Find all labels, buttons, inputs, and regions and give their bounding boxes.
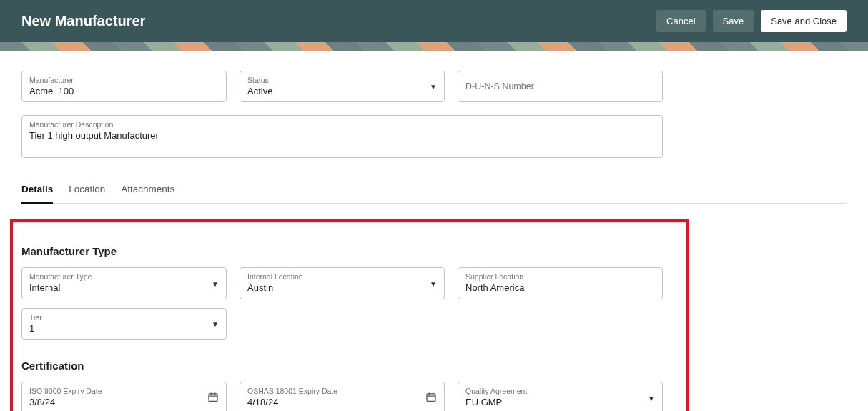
svg-rect-4 — [427, 394, 435, 402]
manufacturer-type-field[interactable]: Manufacturer Type Internal ▼ — [21, 267, 227, 299]
calendar-icon[interactable] — [425, 391, 437, 405]
manufacturer-type-label: Manufacturer Type — [29, 272, 219, 282]
tier-value: 1 — [29, 323, 219, 335]
status-field[interactable]: Status Active ▼ — [240, 71, 445, 102]
page-header: New Manufacturer Cancel Save Save and Cl… — [0, 0, 868, 42]
iso-9000-expiry-label: ISO 9000 Expiry Date — [29, 387, 219, 396]
content-area: Manufacturer Acme_100 Status Active ▼ D-… — [0, 51, 868, 411]
duns-placeholder: D-U-N-S Number — [465, 81, 655, 91]
manufacturer-field-label: Manufacturer — [29, 76, 219, 85]
manufacturer-type-grid: Manufacturer Type Internal ▼ Internal Lo… — [21, 267, 678, 340]
tab-attachments[interactable]: Attachments — [121, 184, 174, 204]
quality-agreement-field[interactable]: Quality Agreement EU GMP ▼ — [458, 382, 663, 411]
internal-location-label: Internal Location — [247, 272, 437, 282]
details-highlight-box: Manufacturer Type Manufacturer Type Inte… — [10, 219, 689, 411]
iso-9000-expiry-field[interactable]: ISO 9000 Expiry Date 3/8/24 — [21, 382, 227, 411]
manufacturer-description-field[interactable]: Manufacturer Description Tier 1 high out… — [21, 115, 663, 158]
oshas-18001-expiry-value: 4/18/24 — [247, 397, 437, 409]
status-field-value: Active — [247, 86, 437, 98]
description-field-label: Manufacturer Description — [29, 120, 655, 129]
section-title-manufacturer-type: Manufacturer Type — [21, 245, 678, 257]
quality-agreement-value: EU GMP — [465, 397, 655, 409]
manufacturer-field-value: Acme_100 — [29, 86, 219, 98]
manufacturer-field[interactable]: Manufacturer Acme_100 — [21, 71, 227, 102]
section-title-certification: Certification — [21, 360, 678, 372]
supplier-location-field[interactable]: Supplier Location North America — [458, 267, 663, 299]
duns-field[interactable]: D-U-N-S Number — [458, 71, 663, 102]
iso-9000-expiry-value: 3/8/24 — [29, 397, 219, 409]
svg-rect-0 — [209, 394, 217, 402]
manufacturer-type-value: Internal — [29, 282, 219, 294]
oshas-18001-expiry-label: OSHAS 18001 Expiry Date — [247, 387, 437, 396]
calendar-icon[interactable] — [207, 391, 219, 405]
tab-location[interactable]: Location — [69, 184, 105, 204]
supplier-location-value: North America — [465, 282, 655, 294]
internal-location-field[interactable]: Internal Location Austin ▼ — [240, 267, 445, 299]
status-field-label: Status — [247, 76, 437, 85]
top-field-row: Manufacturer Acme_100 Status Active ▼ D-… — [21, 71, 847, 102]
oshas-18001-expiry-field[interactable]: OSHAS 18001 Expiry Date 4/18/24 — [240, 382, 445, 411]
quality-agreement-label: Quality Agreement — [465, 387, 655, 396]
tier-field[interactable]: Tier 1 ▼ — [21, 308, 227, 340]
cancel-button[interactable]: Cancel — [656, 10, 705, 32]
save-button[interactable]: Save — [713, 10, 754, 32]
tab-details[interactable]: Details — [21, 184, 53, 204]
header-actions: Cancel Save Save and Close — [656, 10, 847, 32]
supplier-location-label: Supplier Location — [465, 272, 655, 282]
description-row: Manufacturer Description Tier 1 high out… — [21, 115, 847, 158]
page-title: New Manufacturer — [21, 13, 145, 29]
decorative-strip — [0, 42, 868, 51]
tier-label: Tier — [29, 313, 219, 322]
certification-grid: ISO 9000 Expiry Date 3/8/24 OSHAS 18001 … — [21, 382, 678, 411]
tabs-bar: Details Location Attachments — [21, 184, 847, 204]
internal-location-value: Austin — [247, 282, 437, 294]
save-and-close-button[interactable]: Save and Close — [761, 10, 847, 32]
description-field-value: Tier 1 high output Manufacturer — [29, 130, 655, 142]
